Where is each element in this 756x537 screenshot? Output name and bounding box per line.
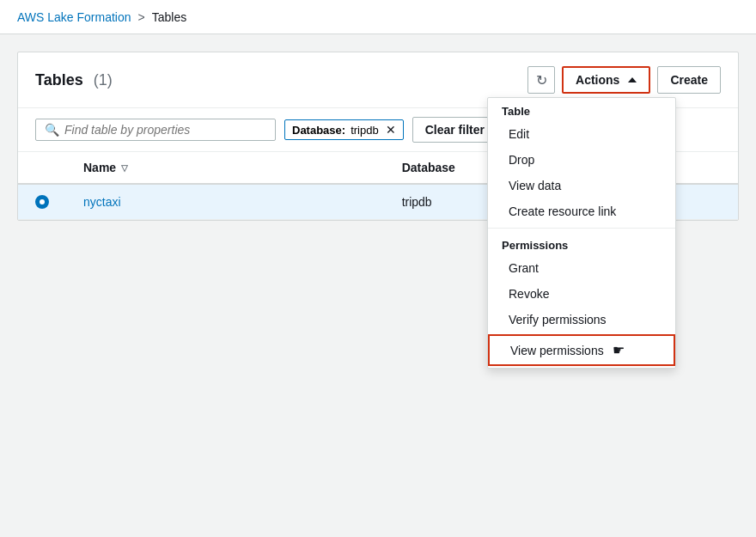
- dropdown-item-view-data[interactable]: View data: [488, 173, 675, 198]
- col-select: [18, 152, 66, 184]
- dropdown-section-permissions: Permissions: [488, 232, 675, 255]
- dropdown-item-create-resource-link[interactable]: Create resource link: [488, 198, 675, 224]
- main-content: Tables (1) ↻ Actions Create Table Edit D…: [0, 34, 756, 537]
- top-nav: AWS Lake Formation > Tables: [0, 0, 756, 34]
- clear-filter-button[interactable]: Clear filter: [412, 117, 497, 143]
- radio-selected-icon[interactable]: [35, 195, 49, 209]
- dropdown-section-table: Table: [488, 98, 675, 121]
- filter-tag-database: Database: tripdb ✕: [284, 119, 404, 140]
- col-database-label: Database: [402, 161, 455, 174]
- refresh-button[interactable]: ↻: [527, 66, 555, 94]
- search-box: 🔍: [35, 119, 276, 141]
- dropdown-item-verify-permissions[interactable]: Verify permissions: [488, 307, 675, 333]
- nav-separator: >: [138, 10, 145, 24]
- cursor-icon: ☛: [613, 342, 625, 358]
- dropdown-item-drop[interactable]: Drop: [488, 147, 675, 173]
- panel-count: (1): [94, 71, 113, 89]
- header-actions: ↻ Actions Create Table Edit Drop View da…: [527, 66, 721, 94]
- panel-header: Tables (1) ↻ Actions Create Table Edit D…: [18, 52, 738, 108]
- tables-panel: Tables (1) ↻ Actions Create Table Edit D…: [17, 52, 739, 221]
- search-icon: 🔍: [45, 123, 59, 137]
- filter-close-button[interactable]: ✕: [386, 123, 396, 137]
- view-permissions-label: View permissions: [510, 344, 604, 357]
- filter-prefix: Database:: [292, 124, 345, 137]
- search-input[interactable]: [64, 123, 266, 137]
- row-select-cell[interactable]: [18, 184, 66, 220]
- actions-button[interactable]: Actions: [562, 66, 650, 94]
- create-button[interactable]: Create: [657, 66, 721, 94]
- dropdown-item-revoke[interactable]: Revoke: [488, 281, 675, 307]
- col-name-label: Name: [83, 161, 116, 174]
- dropdown-item-edit[interactable]: Edit: [488, 121, 675, 147]
- actions-label: Actions: [576, 73, 619, 87]
- refresh-icon: ↻: [536, 72, 547, 88]
- sort-icon: ▽: [121, 163, 128, 173]
- nav-current: Tables: [152, 10, 186, 24]
- actions-dropdown-menu: Table Edit Drop View data Create resourc…: [487, 97, 676, 369]
- dropdown-item-view-permissions[interactable]: View permissions ☛: [488, 334, 675, 366]
- dropdown-item-grant[interactable]: Grant: [488, 255, 675, 281]
- row-name-cell[interactable]: nyctaxi: [66, 184, 385, 220]
- actions-arrow-icon: [628, 77, 637, 82]
- dropdown-divider: [488, 228, 675, 229]
- col-name[interactable]: Name ▽: [66, 152, 385, 184]
- nav-home-link[interactable]: AWS Lake Formation: [17, 10, 131, 24]
- panel-title: Tables: [35, 71, 83, 89]
- filter-value: tripdb: [351, 124, 379, 137]
